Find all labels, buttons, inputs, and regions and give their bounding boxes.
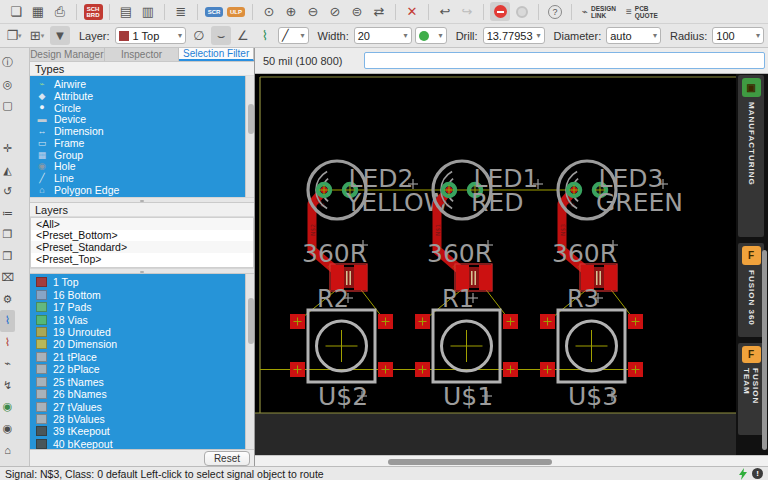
- layers-scrollbar[interactable]: [245, 274, 254, 449]
- type-item-line[interactable]: ╱Line: [30, 172, 254, 184]
- pcb-canvas[interactable]: N$2N$2N$2LED2YELLOW360RR2U$2N$1N$1N$1LED…: [255, 74, 736, 455]
- layer-preset-item[interactable]: <Preset_Bottom>: [31, 230, 253, 242]
- fab-output-icon[interactable]: ▤: [116, 2, 136, 21]
- layer-item-17-pads[interactable]: 17 Pads: [30, 301, 254, 313]
- cancel-icon[interactable]: ✕: [402, 2, 422, 21]
- eye-icon[interactable]: ◎: [0, 74, 15, 96]
- layer-select[interactable]: 1 Top ▾: [115, 27, 186, 44]
- zoom-out-icon[interactable]: ⊖: [303, 2, 323, 21]
- type-item-attribute[interactable]: ◆Attribute: [30, 90, 254, 102]
- info-icon[interactable]: ⓘ: [0, 52, 15, 74]
- hscroll-thumb[interactable]: [388, 459, 552, 465]
- sch-brd-swap-icon[interactable]: SCHBRD: [83, 2, 103, 21]
- dock-tab-fusion-360[interactable]: FFUSION 360: [738, 243, 764, 337]
- layer-visibility-icon[interactable]: ❐▾: [4, 26, 24, 45]
- move-icon[interactable]: ✛: [0, 138, 15, 160]
- pcb-quote-button[interactable]: ≡PCBQUOTE: [622, 2, 662, 21]
- delete-icon[interactable]: ⌧: [0, 267, 15, 289]
- type-item-circle[interactable]: ●Circle: [30, 102, 254, 114]
- rotate-icon[interactable]: ↺: [0, 181, 15, 203]
- width-select[interactable]: 20 ▾: [354, 27, 412, 44]
- type-item-device[interactable]: ▬Device: [30, 113, 254, 125]
- layer-preset-item[interactable]: <Preset_Top>: [31, 253, 253, 265]
- layer-item-39-tkeepout[interactable]: 39 tKeepout: [30, 425, 254, 437]
- layer-item-22-bplace[interactable]: 22 bPlace: [30, 363, 254, 375]
- scr-script-badge[interactable]: SCR: [204, 2, 224, 21]
- layer-item-21-tplace[interactable]: 21 tPlace: [30, 351, 254, 363]
- ulp-badge[interactable]: ULP: [226, 2, 246, 21]
- select-icon[interactable]: ▢: [0, 95, 15, 117]
- layer-item-19-unrouted[interactable]: 19 Unrouted: [30, 326, 254, 338]
- diameter-select[interactable]: auto ▾: [606, 27, 661, 44]
- zoom-fit-icon[interactable]: ⊙: [259, 2, 279, 21]
- save-icon[interactable]: ▦: [28, 2, 48, 21]
- pad-icon[interactable]: ◉: [0, 418, 15, 440]
- type-item-polygon-edge[interactable]: ⌂Polygon Edge: [30, 184, 254, 196]
- filter-icon[interactable]: ▼: [50, 26, 70, 45]
- unroute-icon[interactable]: ⌇: [0, 332, 15, 354]
- layer-item-18-vias[interactable]: 18 Vias: [30, 313, 254, 325]
- walkaround-icon[interactable]: ⌇: [255, 26, 275, 45]
- redo-icon[interactable]: ↪: [457, 2, 477, 21]
- via-icon[interactable]: ◉: [0, 396, 15, 418]
- canvas-vertical-scrollbar[interactable]: [762, 250, 767, 450]
- miter-bend-icon[interactable]: ∠: [233, 26, 253, 45]
- mirror-icon[interactable]: ◭: [0, 160, 15, 182]
- zoom-previous-icon[interactable]: ⊜: [347, 2, 367, 21]
- radius-select[interactable]: 100 ▾: [712, 27, 764, 44]
- go-button[interactable]: [512, 2, 532, 21]
- bend-select[interactable]: ╱ ▾: [278, 27, 309, 44]
- layer-item-28-bvalues[interactable]: 28 bValues: [30, 413, 254, 425]
- layer-preset-item[interactable]: <All>: [31, 218, 253, 230]
- tab-selection-filter[interactable]: Selection Filter: [179, 48, 254, 61]
- library-icon[interactable]: ≣: [171, 2, 191, 21]
- print-icon[interactable]: ⎙: [50, 2, 70, 21]
- drill-select[interactable]: 13.77953 ▾: [483, 27, 545, 44]
- command-input[interactable]: [364, 52, 765, 69]
- type-item-airwire[interactable]: ⌁Airwire: [30, 78, 254, 90]
- no-bend-icon[interactable]: ∅: [189, 26, 209, 45]
- route-alt-icon[interactable]: ⌁: [0, 353, 15, 375]
- dock-tab-manufacturing[interactable]: ▣MANUFACTURING: [738, 75, 764, 237]
- help-icon[interactable]: ?: [545, 2, 565, 21]
- polygon-icon[interactable]: ⌂: [0, 439, 15, 461]
- reset-button[interactable]: Reset: [204, 451, 250, 466]
- layer-item-26-bnames[interactable]: 26 bNames: [30, 388, 254, 400]
- change-icon[interactable]: ⚙: [0, 289, 15, 311]
- type-item-hole[interactable]: ◉Hole: [30, 161, 254, 173]
- type-item-dimension[interactable]: ↔Dimension: [30, 125, 254, 137]
- new-file-icon[interactable]: ❏: [6, 2, 26, 21]
- layer-item-16-bottom[interactable]: 16 Bottom: [30, 288, 254, 300]
- layer-item-40-bkeepout[interactable]: 40 bKeepout: [30, 438, 254, 449]
- assembly-variant-icon[interactable]: ▥: [138, 2, 158, 21]
- name-icon[interactable]: ≔: [0, 203, 15, 225]
- grid-icon[interactable]: ⊞▾: [27, 26, 47, 45]
- dock-tab-fusion-team[interactable]: FFUSION TEAM: [738, 343, 764, 435]
- layer-item-1-top[interactable]: 1 Top: [30, 276, 254, 288]
- tab-design-manager[interactable]: Design Manager: [30, 48, 105, 61]
- layer-item-20-dimension[interactable]: 20 Dimension: [30, 338, 254, 350]
- panel-splitter[interactable]: [30, 197, 254, 203]
- type-icon: ╱: [36, 173, 48, 183]
- types-scrollbar[interactable]: [245, 76, 254, 197]
- design-link-button[interactable]: ⌁DESIGNLINK: [578, 2, 620, 21]
- copy-icon[interactable]: ❐: [0, 224, 15, 246]
- ripup-icon[interactable]: ↯: [0, 375, 15, 397]
- type-item-group[interactable]: ▦Group: [30, 149, 254, 161]
- layer-item-25-tnames[interactable]: 25 tNames: [30, 376, 254, 388]
- paste-icon[interactable]: ❒: [0, 246, 15, 268]
- zoom-select-icon[interactable]: ⊘: [325, 2, 345, 21]
- canvas-horizontal-scrollbar[interactable]: [255, 455, 768, 466]
- round-bend-icon[interactable]: ⌣: [211, 26, 231, 45]
- route-icon[interactable]: ⌇: [0, 310, 15, 332]
- zoom-in-icon[interactable]: ⊕: [281, 2, 301, 21]
- alert-icon[interactable]: !: [752, 468, 763, 479]
- via-shape-select[interactable]: ▾: [415, 27, 447, 44]
- type-item-frame[interactable]: ▭Frame: [30, 137, 254, 149]
- layer-item-27-tvalues[interactable]: 27 tValues: [30, 400, 254, 412]
- stop-button[interactable]: [490, 2, 510, 21]
- tab-inspector[interactable]: Inspector: [105, 48, 180, 61]
- redraw-icon[interactable]: ⇄: [369, 2, 389, 21]
- undo-icon[interactable]: ↩: [435, 2, 455, 21]
- layer-preset-item[interactable]: <Preset_Standard>: [31, 241, 253, 253]
